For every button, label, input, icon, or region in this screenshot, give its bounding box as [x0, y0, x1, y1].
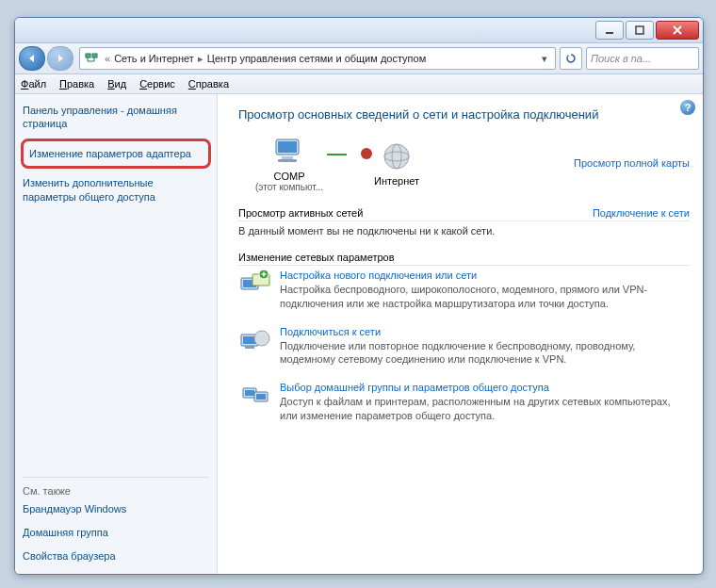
connection-broken-icon: [327, 154, 370, 155]
menu-help[interactable]: Справка: [188, 78, 229, 90]
connect-icon: [238, 326, 272, 356]
svg-rect-5: [92, 54, 97, 57]
minimize-button[interactable]: [595, 21, 624, 40]
breadcrumb-chevron-icon: «: [103, 53, 112, 64]
breadcrumb-item[interactable]: Центр управления сетями и общим доступом: [205, 53, 428, 64]
svg-rect-12: [278, 159, 297, 162]
homegroup-link[interactable]: Выбор домашней группы и параметров общег…: [280, 382, 690, 393]
sidebar: Панель управления - домашняя страница Из…: [15, 94, 218, 575]
sidebar-browser-props[interactable]: Свойства браузера: [23, 549, 209, 564]
svg-point-24: [254, 331, 269, 346]
active-networks-heading: Просмотр активных сетей: [238, 207, 593, 219]
sidebar-homegroup[interactable]: Домашняя группа: [23, 526, 209, 540]
sidebar-adapter-settings[interactable]: Изменение параметров адаптера: [21, 139, 211, 170]
sidebar-home-link[interactable]: Панель управления - домашняя страница: [23, 104, 209, 131]
titlebar: [15, 18, 703, 43]
connect-desc: Подключение или повторное подключение к …: [280, 339, 690, 368]
menu-view[interactable]: Вид: [107, 78, 126, 90]
forward-button[interactable]: [47, 46, 73, 71]
map-this-computer: COMP (этот компьют...: [255, 135, 323, 192]
breadcrumb-item[interactable]: Сеть и Интернет: [112, 53, 196, 64]
network-icon: [84, 51, 99, 66]
close-button[interactable]: [656, 21, 699, 40]
content-pane: ? Просмотр основных сведений о сети и на…: [218, 94, 703, 575]
address-bar: « Сеть и Интернет ▸ Центр управления сет…: [15, 43, 703, 74]
setup-connection-icon: [238, 270, 272, 300]
svg-rect-29: [256, 394, 266, 400]
menu-edit[interactable]: Правка: [59, 78, 94, 90]
svg-rect-10: [278, 141, 297, 153]
svg-rect-25: [245, 346, 254, 349]
breadcrumb[interactable]: « Сеть и Интернет ▸ Центр управления сет…: [79, 47, 556, 70]
homegroup-desc: Доступ к файлам и принтерам, расположенн…: [280, 395, 690, 423]
svg-rect-0: [606, 32, 613, 34]
map-internet: Интернет: [374, 139, 419, 187]
setup-connection-desc: Настройка беспроводного, широкополосного…: [280, 283, 690, 311]
help-icon[interactable]: ?: [680, 100, 695, 115]
svg-rect-11: [282, 156, 293, 159]
connect-network-link[interactable]: Подключение к сети: [593, 207, 690, 219]
see-also-heading: См. также: [23, 477, 209, 497]
change-settings-heading: Изменение сетевых параметров: [238, 252, 690, 263]
breadcrumb-dropdown-icon[interactable]: ▾: [538, 53, 551, 65]
refresh-button[interactable]: [560, 47, 582, 70]
back-button[interactable]: [19, 46, 45, 71]
sidebar-firewall[interactable]: Брандмауэр Windows: [23, 502, 209, 516]
computer-icon: [268, 135, 310, 169]
menu-file[interactable]: Файл: [21, 78, 46, 90]
connect-link[interactable]: Подключиться к сети: [280, 326, 690, 337]
control-panel-window: « Сеть и Интернет ▸ Центр управления сет…: [14, 17, 704, 575]
svg-point-13: [384, 144, 409, 169]
no-network-text: В данный момент вы не подключены ни к ка…: [238, 225, 690, 237]
menu-bar: Файл Правка Вид Сервис Справка: [15, 74, 703, 94]
network-map: COMP (этот компьют... Интернет Просмотр …: [238, 135, 690, 192]
menu-tools[interactable]: Сервис: [139, 78, 175, 90]
search-placeholder: Поиск в па...: [591, 53, 651, 64]
homegroup-icon: [238, 382, 272, 412]
sidebar-sharing-settings[interactable]: Изменить дополнительные параметры общего…: [23, 176, 209, 204]
page-title: Просмотр основных сведений о сети и наст…: [238, 107, 690, 123]
setup-connection-link[interactable]: Настройка нового подключения или сети: [280, 270, 690, 281]
search-input[interactable]: Поиск в па...: [586, 47, 699, 70]
globe-icon: [376, 139, 417, 173]
maximize-button[interactable]: [626, 21, 654, 40]
svg-rect-1: [636, 26, 643, 34]
view-full-map-link[interactable]: Просмотр полной карты: [574, 157, 690, 169]
breadcrumb-separator-icon: ▸: [196, 53, 205, 65]
svg-rect-27: [245, 390, 254, 396]
svg-rect-4: [86, 54, 90, 57]
